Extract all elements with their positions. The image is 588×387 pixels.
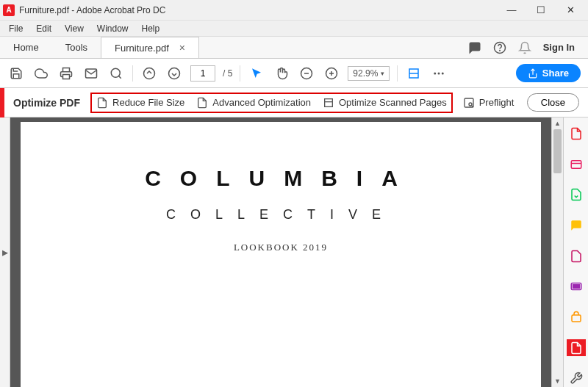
hand-icon[interactable]: [273, 65, 290, 82]
menu-bar: File Edit View Window Help: [0, 21, 588, 37]
scroll-down-icon[interactable]: ▼: [552, 375, 563, 387]
reduce-file-size-button[interactable]: Reduce File Size: [96, 97, 184, 109]
doc-heading-3: LOOKBOOK 2019: [50, 242, 512, 253]
scroll-up-icon[interactable]: ▲: [552, 117, 563, 129]
fit-width-icon[interactable]: [405, 65, 423, 82]
help-icon[interactable]: [493, 41, 506, 54]
menu-file[interactable]: File: [3, 22, 29, 35]
menu-edit[interactable]: Edit: [30, 22, 57, 35]
mail-icon[interactable]: [82, 65, 100, 82]
window-maximize-button[interactable]: ☐: [526, 0, 556, 21]
svg-point-16: [438, 72, 440, 74]
advanced-optimization-label: Advanced Optimization: [212, 97, 311, 108]
share-upload-icon: [528, 68, 538, 79]
more-tools-icon[interactable]: [567, 369, 586, 387]
advanced-optimization-button[interactable]: Advanced Optimization: [196, 97, 311, 109]
doc-heading-1: COLUMBIA: [50, 166, 512, 191]
svg-rect-2: [63, 74, 70, 79]
svg-line-5: [118, 76, 121, 78]
vertical-scrollbar[interactable]: ▲ ▼: [551, 117, 563, 387]
reduce-file-icon: [96, 97, 108, 109]
tab-bar: Home Tools Furniture.pdf × Sign In: [0, 37, 588, 59]
tab-close-icon[interactable]: ×: [179, 42, 185, 54]
optimize-toolbar: Optimize PDF Reduce File Size Advanced O…: [0, 88, 588, 117]
scanned-pages-icon: [323, 97, 334, 109]
optimize-title: Optimize PDF: [13, 97, 80, 109]
protect-icon[interactable]: [567, 308, 586, 326]
menu-help[interactable]: Help: [136, 22, 166, 35]
menu-view[interactable]: View: [59, 22, 90, 35]
zoom-in-icon[interactable]: [323, 65, 340, 82]
document-viewport: ▸ COLUMBIA COLLECTIVE LOOKBOOK 2019 INSP…: [0, 117, 563, 387]
comment-icon[interactable]: [567, 217, 586, 234]
tab-document[interactable]: Furniture.pdf ×: [101, 37, 199, 58]
document-area[interactable]: COLUMBIA COLLECTIVE LOOKBOOK 2019 INSPIR…: [10, 117, 551, 387]
left-panel-toggle[interactable]: ▸: [0, 117, 10, 387]
organize-pages-icon[interactable]: [567, 247, 586, 265]
svg-rect-27: [573, 285, 579, 289]
preflight-label: Preflight: [479, 97, 514, 108]
optimize-accent-strip: [0, 88, 4, 117]
svg-point-1: [499, 50, 500, 51]
save-icon[interactable]: [7, 65, 25, 82]
more-icon[interactable]: [430, 65, 448, 82]
sign-in-link[interactable]: Sign In: [543, 42, 575, 53]
pdf-page: COLUMBIA COLLECTIVE LOOKBOOK 2019 INSPIR…: [21, 122, 541, 387]
preflight-button[interactable]: Preflight: [463, 97, 514, 109]
redact-icon[interactable]: [567, 278, 586, 295]
window-title: Furniture.pdf - Adobe Acrobat Pro DC: [19, 5, 165, 15]
svg-point-4: [111, 68, 120, 77]
tab-home[interactable]: Home: [0, 37, 52, 58]
zoom-level-dropdown[interactable]: 92.9%▾: [348, 66, 390, 81]
zoom-value-label: 92.9%: [353, 68, 378, 79]
edit-pdf-icon[interactable]: [567, 156, 586, 173]
page-down-icon[interactable]: [165, 65, 183, 82]
page-up-icon[interactable]: [140, 65, 158, 82]
share-button[interactable]: Share: [516, 64, 581, 82]
print-icon[interactable]: [57, 65, 75, 82]
tab-tools[interactable]: Tools: [52, 37, 101, 58]
optimize-scanned-label: Optimize Scanned Pages: [339, 97, 447, 108]
menu-window[interactable]: Window: [91, 22, 135, 35]
page-total-label: / 5: [223, 68, 232, 79]
main-toolbar: / 5 92.9%▾ Share: [0, 59, 588, 88]
advanced-opt-icon: [196, 97, 208, 109]
optimize-scanned-button[interactable]: Optimize Scanned Pages: [323, 97, 447, 109]
acrobat-app-icon: A: [3, 4, 15, 16]
svg-rect-19: [325, 98, 333, 106]
chat-icon[interactable]: [468, 41, 481, 54]
chevron-down-icon: ▾: [381, 70, 384, 77]
svg-point-7: [169, 68, 180, 79]
scroll-thumb[interactable]: [553, 129, 562, 173]
svg-point-17: [442, 72, 444, 74]
svg-point-15: [434, 72, 437, 74]
tab-document-label: Furniture.pdf: [115, 43, 169, 54]
search-icon[interactable]: [107, 65, 125, 82]
svg-rect-24: [571, 160, 581, 168]
pointer-icon[interactable]: [248, 65, 265, 82]
window-titlebar: A Furniture.pdf - Adobe Acrobat Pro DC —…: [0, 0, 588, 21]
svg-rect-28: [572, 315, 581, 322]
create-pdf-icon[interactable]: [567, 125, 586, 142]
window-minimize-button[interactable]: —: [497, 0, 526, 21]
optimize-pdf-icon[interactable]: [567, 339, 586, 357]
tab-home-label: Home: [13, 42, 39, 53]
export-pdf-icon[interactable]: [567, 186, 586, 203]
bell-icon[interactable]: [518, 41, 531, 54]
preflight-icon: [463, 97, 475, 109]
svg-point-22: [469, 103, 472, 106]
page-number-input[interactable]: [190, 65, 215, 82]
right-tools-rail: [563, 117, 588, 387]
optimize-highlight-box: Reduce File Size Advanced Optimization O…: [90, 93, 453, 113]
svg-point-6: [144, 68, 155, 79]
window-close-button[interactable]: ✕: [556, 0, 585, 21]
zoom-out-icon[interactable]: [298, 65, 315, 82]
share-button-label: Share: [542, 68, 569, 79]
reduce-file-size-label: Reduce File Size: [112, 97, 184, 108]
tab-tools-label: Tools: [65, 42, 87, 53]
optimize-close-button[interactable]: Close: [527, 93, 579, 112]
cloud-icon[interactable]: [32, 65, 50, 82]
doc-heading-2: COLLECTIVE: [50, 207, 512, 223]
